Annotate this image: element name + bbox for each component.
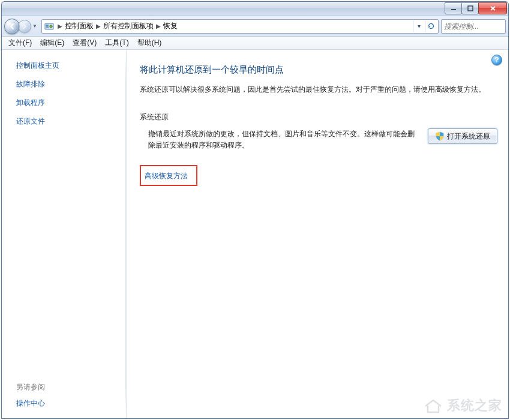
nav-history-dropdown[interactable]: ▼ [32, 23, 38, 29]
navigation-row: ▼ ▶ 控制面板 ▶ 所有控制面板项 ▶ 恢复 ▾ [2, 16, 508, 37]
address-bar[interactable]: ▶ 控制面板 ▶ 所有控制面板项 ▶ 恢复 ▾ [41, 19, 439, 34]
breadcrumb-mid[interactable]: 所有控制面板项 [102, 21, 155, 31]
section-title-system-restore: 系统还原 [140, 112, 497, 122]
svg-rect-4 [46, 26, 49, 28]
watermark: 系统之家 [423, 397, 502, 415]
nav-back-forward: ▼ [4, 18, 39, 35]
sidebar: 控制面板主页 故障排除 卸载程序 还原文件 另请参阅 操作中心 [2, 50, 127, 418]
open-system-restore-button[interactable]: 打开系统还原 [428, 128, 497, 144]
sidebar-troubleshoot-link[interactable]: 故障排除 [16, 79, 118, 89]
sidebar-uninstall-link[interactable]: 卸载程序 [16, 98, 118, 108]
menu-view[interactable]: 查看(V) [68, 37, 101, 49]
control-panel-icon [44, 22, 54, 31]
help-button[interactable]: ? [491, 55, 502, 65]
close-button[interactable] [478, 2, 507, 14]
advanced-recovery-link[interactable]: 高级恢复方法 [145, 172, 188, 180]
svg-point-5 [50, 25, 52, 27]
explorer-window: ▼ ▶ 控制面板 ▶ 所有控制面板项 ▶ 恢复 ▾ 文件(F) 编辑(E) [1, 1, 509, 419]
window-controls [445, 2, 507, 14]
content-pane: ? 将此计算机还原到一个较早的时间点 系统还原可以解决很多系统问题，因此是首先尝… [127, 50, 508, 418]
forward-button[interactable] [18, 20, 31, 33]
chevron-right-icon[interactable]: ▶ [56, 23, 64, 29]
advanced-recovery-highlight: 高级恢复方法 [140, 165, 197, 186]
refresh-button[interactable] [425, 20, 437, 32]
watermark-house-icon [423, 398, 443, 413]
open-system-restore-label: 打开系统还原 [447, 131, 490, 142]
page-title: 将此计算机还原到一个较早的时间点 [140, 64, 497, 76]
svg-rect-1 [468, 6, 473, 11]
menu-edit[interactable]: 编辑(E) [36, 37, 68, 49]
breadcrumb-leaf[interactable]: 恢复 [162, 21, 179, 31]
menu-file[interactable]: 文件(F) [4, 37, 36, 49]
titlebar[interactable] [2, 2, 508, 16]
sidebar-action-center-link[interactable]: 操作中心 [16, 398, 118, 409]
sidebar-see-also-title: 另请参阅 [16, 382, 118, 392]
body: 控制面板主页 故障排除 卸载程序 还原文件 另请参阅 操作中心 ? 将此计算机还… [2, 50, 508, 418]
menu-help[interactable]: 帮助(H) [133, 37, 166, 49]
breadcrumb-root[interactable]: 控制面板 [64, 21, 95, 31]
menu-bar: 文件(F) 编辑(E) 查看(V) 工具(T) 帮助(H) [2, 37, 508, 50]
search-input[interactable] [444, 22, 503, 31]
system-restore-row: 撤销最近对系统所做的更改，但保持文档、图片和音乐等文件不变。这样做可能会删除最近… [140, 128, 497, 151]
address-dropdown-button[interactable]: ▾ [413, 20, 425, 32]
chevron-right-icon[interactable]: ▶ [95, 23, 102, 29]
svg-rect-3 [46, 25, 49, 26]
intro-paragraph: 系统还原可以解决很多系统问题，因此是首先尝试的最佳恢复方法。对于严重的问题，请使… [140, 84, 497, 95]
minimize-button[interactable] [445, 2, 462, 14]
menu-tools[interactable]: 工具(T) [101, 37, 133, 49]
uac-shield-icon [435, 131, 445, 141]
search-box[interactable] [441, 19, 506, 34]
sidebar-restore-files-link[interactable]: 还原文件 [16, 116, 118, 127]
sidebar-home-link[interactable]: 控制面板主页 [16, 61, 118, 71]
maximize-button[interactable] [461, 2, 479, 14]
chevron-right-icon[interactable]: ▶ [155, 23, 162, 29]
system-restore-description: 撤销最近对系统所做的更改，但保持文档、图片和音乐等文件不变。这样做可能会删除最近… [140, 128, 418, 151]
svg-rect-0 [451, 9, 456, 10]
